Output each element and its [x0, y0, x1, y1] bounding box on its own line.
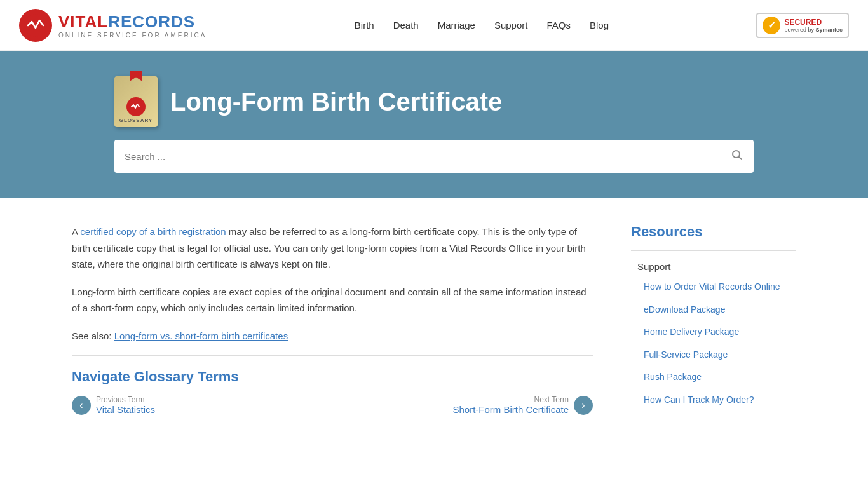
- sidebar-link-full-service[interactable]: Full-Service Package: [631, 344, 796, 367]
- list-item: Rush Package: [631, 366, 796, 389]
- sidebar-link-home-delivery[interactable]: Home Delivery Package: [631, 321, 796, 344]
- norton-text: SECURED powered by Symantec: [784, 18, 843, 33]
- sidebar-section-support: Support How to Order Vital Records Onlin…: [631, 250, 796, 418]
- logo-records: RECORDS: [108, 12, 195, 31]
- sidebar-links: How to Order Vital Records Online eDownl…: [631, 276, 796, 412]
- glossary-label: GLOSSARY: [119, 118, 153, 123]
- hero-title-row: GLOSSARY Long-Form Birth Certificate: [114, 76, 754, 127]
- next-name[interactable]: Short-Form Birth Certificate: [452, 404, 569, 415]
- nav-death[interactable]: Death: [393, 20, 419, 30]
- logo-vital: VITAL: [58, 12, 108, 31]
- search-input[interactable]: [125, 151, 731, 162]
- nav-support[interactable]: Support: [494, 20, 528, 30]
- navigate-title: Navigate Glossary Terms: [72, 369, 593, 385]
- logo-subtitle: ONLINE SERVICE FOR AMERICA: [58, 32, 207, 39]
- sidebar-link-order[interactable]: How to Order Vital Records Online: [631, 276, 796, 299]
- logo-text-wrapper: VITALRECORDS ONLINE SERVICE FOR AMERICA: [58, 12, 207, 39]
- list-item: Home Delivery Package: [631, 321, 796, 344]
- nav-marriage[interactable]: Marriage: [438, 20, 475, 30]
- list-item: eDownload Package: [631, 299, 796, 322]
- see-also: See also: Long-form vs. short-form birth…: [72, 328, 593, 344]
- sidebar-link-track[interactable]: How Can I Track My Order?: [631, 389, 796, 412]
- previous-arrow-icon: ‹: [72, 396, 91, 415]
- paragraph-1: A certified copy of a birth registration…: [72, 224, 593, 273]
- sidebar-section-label: Support: [631, 257, 796, 276]
- sidebar-link-rush[interactable]: Rush Package: [631, 366, 796, 389]
- svg-line-2: [739, 156, 742, 159]
- see-also-link[interactable]: Long-form vs. short-form birth certifica…: [114, 330, 288, 341]
- next-arrow-icon: ›: [574, 396, 593, 415]
- article: A certified copy of a birth registration…: [72, 224, 631, 418]
- navigate-glossary: Navigate Glossary Terms ‹ Previous Term …: [72, 355, 593, 415]
- nav-terms: ‹ Previous Term Vital Statistics Next Te…: [72, 395, 593, 415]
- paragraph-2: Long-form birth certificate copies are e…: [72, 284, 593, 316]
- next-term[interactable]: Next Term Short-Form Birth Certificate ›: [452, 395, 593, 415]
- certified-copy-link[interactable]: certified copy of a birth registration: [80, 226, 226, 237]
- search-icon: [731, 149, 743, 161]
- glossary-book-icon: GLOSSARY: [114, 76, 158, 127]
- norton-secured-label: SECURED: [784, 18, 843, 27]
- sidebar-title: Resources: [631, 224, 796, 240]
- nav-blog[interactable]: Blog: [590, 20, 609, 30]
- nav-faqs[interactable]: FAQs: [546, 20, 571, 30]
- main-nav: Birth Death Marriage Support FAQs Blog: [355, 20, 609, 30]
- norton-powered-label: powered by Symantec: [784, 27, 843, 33]
- main-content: A certified copy of a birth registration…: [53, 224, 815, 418]
- header: VITALRECORDS ONLINE SERVICE FOR AMERICA …: [0, 0, 868, 51]
- norton-badge: ✓ SECURED powered by Symantec: [756, 13, 849, 38]
- search-button[interactable]: [731, 149, 743, 165]
- previous-term[interactable]: ‹ Previous Term Vital Statistics: [72, 395, 155, 415]
- next-label: Next Term: [452, 395, 569, 404]
- sidebar-link-edownload[interactable]: eDownload Package: [631, 299, 796, 322]
- logo-title: VITALRECORDS: [58, 12, 207, 32]
- hero-banner: GLOSSARY Long-Form Birth Certificate: [0, 51, 868, 198]
- heartbeat-icon: [126, 97, 146, 116]
- search-bar[interactable]: [114, 140, 754, 173]
- norton-symantec-label: Symantec: [815, 27, 843, 33]
- list-item: How to Order Vital Records Online: [631, 276, 796, 299]
- norton-check-icon: ✓: [763, 17, 780, 34]
- list-item: How Can I Track My Order?: [631, 389, 796, 412]
- logo-icon: [19, 9, 52, 42]
- bookmark-icon: [130, 71, 142, 81]
- list-item: Full-Service Package: [631, 344, 796, 367]
- previous-label: Previous Term: [96, 395, 155, 404]
- sidebar: Resources Support How to Order Vital Rec…: [631, 224, 796, 418]
- nav-birth[interactable]: Birth: [355, 20, 374, 30]
- previous-name[interactable]: Vital Statistics: [96, 404, 155, 415]
- page-title: Long-Form Birth Certificate: [170, 88, 502, 116]
- logo-area: VITALRECORDS ONLINE SERVICE FOR AMERICA: [19, 9, 207, 42]
